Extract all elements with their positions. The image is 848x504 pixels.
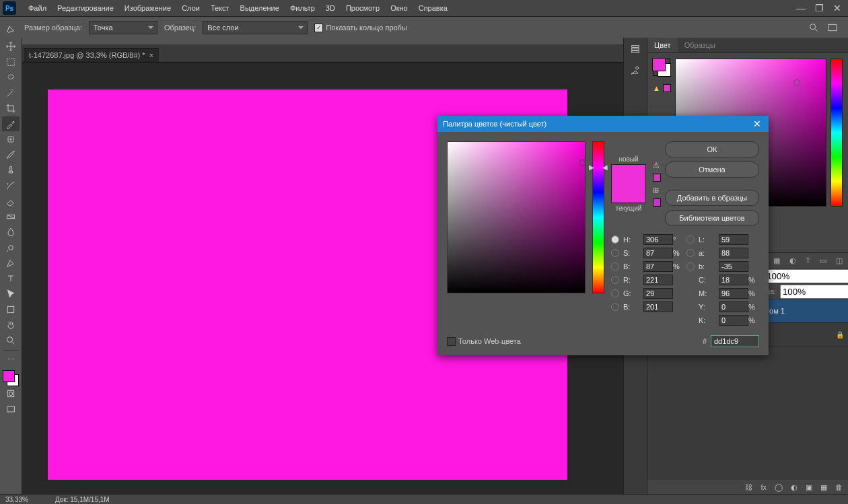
menu-layers[interactable]: Слои	[176, 0, 205, 16]
menu-3d[interactable]: 3D	[320, 0, 341, 16]
group-icon[interactable]: ▣	[806, 483, 812, 492]
a-input[interactable]	[719, 248, 748, 258]
fg-bg-swatch[interactable]	[3, 370, 19, 386]
panel-hue-slider[interactable]	[831, 59, 843, 207]
menu-view[interactable]: Просмотр	[341, 0, 385, 16]
link-layers-icon[interactable]: ⛓	[745, 483, 752, 491]
path-select-tool[interactable]	[2, 287, 20, 301]
hex-input[interactable]	[711, 335, 759, 347]
hand-tool[interactable]	[2, 318, 20, 332]
dialog-titlebar[interactable]: Палитра цветов (чистый цвет) ✕	[437, 116, 769, 132]
sample-size-dropdown[interactable]: Точка	[89, 21, 157, 34]
h-input[interactable]	[643, 234, 673, 245]
dialog-close-icon[interactable]: ✕	[751, 118, 763, 129]
fill-input[interactable]	[780, 285, 848, 299]
blur-tool[interactable]	[2, 225, 20, 240]
y-input[interactable]	[719, 301, 748, 312]
radio-g[interactable]	[611, 289, 619, 297]
gamut-warning-icon[interactable]: ▲	[653, 84, 660, 92]
more-tools[interactable]: ⋯	[2, 352, 20, 367]
type-tool[interactable]	[2, 271, 20, 286]
web-only-checkbox[interactable]: Только Web-цвета	[447, 337, 521, 346]
mask-icon[interactable]: ◯	[775, 483, 783, 492]
crop-tool[interactable]	[2, 101, 20, 116]
cancel-button[interactable]: Отмена	[665, 161, 759, 178]
workspace-icon[interactable]	[826, 22, 839, 34]
websafe-swatch[interactable]	[653, 199, 661, 207]
doc-info-readout[interactable]: Док: 15,1M/15,1M	[55, 496, 110, 503]
radio-lab-b[interactable]	[686, 262, 695, 271]
properties-panel-icon[interactable]	[629, 65, 641, 77]
panel-fg-bg-swatch[interactable]	[653, 59, 670, 76]
tab-swatches[interactable]: Образцы	[678, 38, 722, 52]
menu-edit[interactable]: Редактирование	[52, 0, 119, 16]
filter-type-icon[interactable]: T	[806, 256, 810, 264]
new-layer-icon[interactable]: ▦	[820, 483, 827, 492]
move-tool[interactable]	[2, 39, 20, 54]
fx-icon[interactable]: fx	[761, 483, 767, 491]
g-input[interactable]	[643, 288, 673, 299]
radio-b[interactable]	[611, 262, 619, 271]
screenmode-toggle[interactable]	[2, 402, 20, 417]
bv-input[interactable]	[643, 301, 673, 312]
menu-window[interactable]: Окно	[385, 0, 413, 16]
shape-tool[interactable]	[2, 302, 20, 317]
filter-shape-icon[interactable]: ▭	[820, 256, 826, 265]
zoom-readout[interactable]: 33,33%	[5, 496, 28, 503]
sample-dropdown[interactable]: Все слои	[203, 21, 308, 34]
radio-s[interactable]	[611, 249, 619, 257]
gradient-tool[interactable]	[2, 209, 20, 224]
gamut-warning-icon[interactable]: ⚠	[653, 161, 661, 170]
adjustment-icon[interactable]: ◐	[791, 483, 798, 492]
radio-r[interactable]	[611, 276, 619, 284]
bright-input[interactable]	[643, 261, 673, 272]
menu-image[interactable]: Изображение	[119, 0, 176, 16]
tab-color[interactable]: Цвет	[647, 38, 678, 52]
r-input[interactable]	[643, 275, 673, 285]
radio-l[interactable]	[686, 236, 695, 244]
c-input[interactable]	[719, 275, 748, 285]
pen-tool[interactable]	[2, 256, 20, 271]
ok-button[interactable]: ОК	[665, 141, 759, 157]
window-close-icon[interactable]: ✕	[833, 3, 841, 13]
menu-filter[interactable]: Фильтр	[285, 0, 320, 16]
websafe-icon[interactable]: ⊞	[653, 186, 661, 194]
sampling-ring-checkbox[interactable]: ✓Показать кольцо пробы	[314, 24, 407, 32]
color-libraries-button[interactable]: Библиотеки цветов	[665, 210, 759, 226]
history-brush-tool[interactable]	[2, 178, 20, 193]
quickmask-toggle[interactable]	[2, 386, 20, 401]
stamp-tool[interactable]	[2, 163, 20, 178]
radio-bv[interactable]	[611, 303, 619, 311]
add-swatch-button[interactable]: Добавить в образцы	[665, 190, 759, 206]
new-current-swatch[interactable]	[611, 164, 646, 203]
window-minimize-icon[interactable]: —	[796, 3, 806, 13]
window-restore-icon[interactable]: ❐	[815, 3, 824, 13]
opacity-input[interactable]	[764, 269, 848, 283]
trash-icon[interactable]: 🗑	[835, 483, 843, 491]
document-tab[interactable]: t-1472687.jpg @ 33,3% (RGB/8#) * ×	[24, 48, 159, 62]
healing-tool[interactable]	[2, 132, 20, 147]
eraser-tool[interactable]	[2, 194, 20, 209]
gamut-color-swatch[interactable]	[663, 84, 671, 92]
radio-a[interactable]	[686, 249, 695, 257]
l-input[interactable]	[719, 234, 748, 245]
menu-file[interactable]: Файл	[23, 0, 52, 16]
dodge-tool[interactable]	[2, 240, 20, 255]
eyedropper-tool[interactable]	[2, 116, 20, 131]
filter-pixel-icon[interactable]: ▦	[773, 256, 780, 265]
menu-help[interactable]: Справка	[413, 0, 453, 16]
marquee-tool[interactable]	[2, 55, 20, 69]
radio-h[interactable]	[611, 236, 619, 244]
filter-smart-icon[interactable]: ◫	[836, 256, 843, 265]
tool-preset-icon[interactable]	[5, 22, 17, 34]
lock-icon[interactable]: 🔒	[836, 331, 844, 338]
hue-slider[interactable]: ▶◀	[592, 141, 604, 293]
k-input[interactable]	[719, 315, 748, 326]
menu-select[interactable]: Выделение	[235, 0, 285, 16]
m-input[interactable]	[719, 288, 748, 299]
brush-tool[interactable]	[2, 147, 20, 162]
filter-adjust-icon[interactable]: ◐	[789, 256, 796, 265]
close-tab-icon[interactable]: ×	[149, 51, 153, 59]
zoom-tool[interactable]	[2, 333, 20, 348]
gamut-swatch[interactable]	[653, 174, 661, 182]
